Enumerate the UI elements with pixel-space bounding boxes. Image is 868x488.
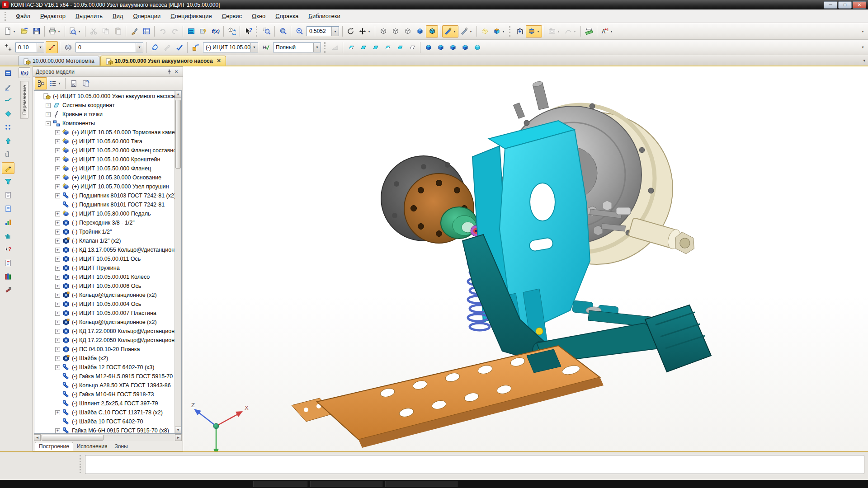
tree-node[interactable]: (-) Шайба 10 ГОСТ 6402-70 — [34, 417, 175, 426]
rotate-view-button[interactable] — [344, 25, 357, 38]
tree-node[interactable]: +(-) ИЦИТ 10.05.00.004 Ось — [34, 300, 175, 309]
projection-plane-1-button[interactable] — [345, 41, 357, 53]
expand-icon[interactable]: + — [55, 221, 60, 225]
print-preview-button[interactable]: ▾ — [67, 25, 83, 38]
menu-файл[interactable]: Файл — [11, 11, 35, 21]
expand-icon[interactable]: + — [55, 284, 60, 289]
tree-node[interactable]: +(-) ИЦИТ 10.05.00.007 Пластина — [34, 309, 175, 318]
tree-horizontal-scrollbar[interactable]: ◄ ► — [34, 434, 182, 441]
toolbar-options-button[interactable]: ▾ — [859, 25, 866, 38]
tree-node[interactable]: +(-) Тройник 1/2" — [34, 227, 175, 236]
menu-окно[interactable]: Окно — [247, 11, 270, 21]
expand-icon[interactable]: + — [46, 112, 51, 117]
tree-node[interactable]: +(-) ИЦИТ 10.05.80.000 Педаль — [34, 209, 175, 218]
diagnostic-panel-icon[interactable] — [2, 284, 14, 296]
menu-библиотеки[interactable]: Библиотеки — [303, 11, 345, 21]
zoom-by-rectangle-button[interactable] — [260, 25, 273, 38]
expand-icon[interactable]: + — [55, 275, 60, 280]
dropdown-arrow-icon[interactable]: ▼ — [37, 43, 44, 52]
menu-выделить[interactable]: Выделить — [71, 11, 108, 21]
expand-icon[interactable]: + — [55, 184, 60, 189]
dropdown-arrow-icon[interactable]: ▾ — [77, 29, 81, 33]
report-panel-icon[interactable] — [2, 203, 14, 215]
3d-model[interactable]: Z X Y — [183, 66, 868, 451]
expand-icon[interactable]: + — [55, 329, 60, 334]
tree-node[interactable]: +Системы координат — [34, 101, 175, 110]
scroll-up-icon[interactable]: ▲ — [175, 91, 181, 98]
context-help-button[interactable]: ? — [242, 25, 254, 38]
tree-composition-button[interactable] — [67, 77, 80, 89]
shaded-display-button[interactable] — [414, 25, 426, 38]
panel-tab-построение[interactable]: Построение — [35, 442, 73, 451]
detail-level-combo-value[interactable]: Полный — [274, 44, 313, 51]
scroll-thumb[interactable] — [42, 435, 104, 441]
hidden-lines-display-button[interactable] — [389, 25, 401, 38]
toolbar-grip[interactable] — [256, 26, 258, 37]
variables-window-button[interactable] — [185, 25, 197, 38]
sketch-panel-icon[interactable] — [2, 81, 14, 93]
message-box[interactable] — [85, 455, 864, 474]
tree-node[interactable]: +Гайка М6-6Н.0915 ГОСТ 5915-70 (x8) — [34, 426, 175, 433]
toolbar-grip[interactable] — [324, 42, 326, 53]
toolbar-grip[interactable] — [509, 26, 511, 37]
auxiliary-panel-icon[interactable] — [2, 135, 14, 147]
expand-icon[interactable]: + — [55, 157, 60, 162]
menu-сервис[interactable]: Сервис — [217, 11, 247, 21]
step-combo-value[interactable]: 0.10 — [16, 44, 37, 51]
layer-combo-value[interactable]: 0 — [76, 44, 136, 51]
hidden-lines-thin-display-button[interactable] — [401, 25, 414, 38]
pan-view-button[interactable]: ▾ — [357, 25, 373, 38]
simplified-display-button[interactable]: ▾ — [442, 25, 458, 38]
expand-icon[interactable]: + — [55, 248, 60, 253]
projection-plane-2-button[interactable] — [357, 41, 369, 53]
iso-view-4-button[interactable] — [459, 41, 471, 53]
iso-view-1-button[interactable] — [422, 41, 434, 53]
tree-vertical-scrollbar[interactable]: ▲ ▼ — [175, 91, 181, 433]
filter-panel-icon[interactable] — [2, 176, 14, 188]
scroll-down-icon[interactable]: ▼ — [175, 427, 181, 433]
current-part-combo-value[interactable]: (-) ИЦИТ 10.05.00.0 — [203, 44, 250, 51]
tree-node[interactable]: +(-) КД 17.22.0080 Кольцо@/дистанционное — [34, 327, 175, 336]
projection-plane-6-button[interactable] — [406, 41, 418, 53]
viewport-3d[interactable]: Z X Y — [183, 66, 868, 451]
check-doc-panel-icon[interactable] — [2, 257, 14, 269]
iso-view-5-button[interactable] — [471, 41, 483, 53]
taskbar-item[interactable] — [253, 481, 307, 487]
zoom-selected-button[interactable] — [277, 25, 289, 38]
expand-icon[interactable]: + — [55, 410, 60, 415]
scroll-left-icon[interactable]: ◄ — [34, 434, 41, 441]
dropdown-arrow-icon[interactable]: ▾ — [12, 29, 16, 33]
layer-combo[interactable]: 0▼ — [75, 42, 143, 52]
expand-icon[interactable]: + — [55, 293, 60, 298]
tree-node[interactable]: +(-) ИЦИТ 10.05.00.001 Колесо — [34, 272, 175, 282]
tree-node[interactable]: +(-) Шайба С.10 ГОСТ 11371-78 (x2) — [34, 408, 175, 417]
dropdown-arrow-icon[interactable]: ▾ — [573, 29, 577, 33]
dropdown-arrow-icon[interactable]: ▾ — [557, 29, 561, 33]
shadow-button[interactable] — [329, 41, 341, 53]
zoom-in-out-button[interactable] — [293, 25, 305, 38]
expand-icon[interactable]: + — [55, 338, 60, 343]
hide-all-auxiliary-button[interactable] — [479, 25, 491, 38]
rebuild-model-button[interactable]: 1 — [226, 25, 238, 38]
measure-distance-button[interactable] — [583, 25, 595, 38]
tree-node[interactable]: +Кривые и точки — [34, 110, 175, 119]
tree-node[interactable]: −Компоненты — [34, 119, 175, 128]
taskbar-item[interactable] — [385, 481, 458, 487]
tree-node[interactable]: +(-) Переходник 3/8 - 1/2" — [34, 218, 175, 227]
expand-icon[interactable]: + — [55, 230, 60, 235]
expand-icon[interactable]: + — [55, 148, 60, 153]
spec-panel-icon[interactable] — [2, 189, 14, 201]
print-button[interactable]: ▾ — [47, 25, 63, 38]
redo-button[interactable] — [169, 25, 181, 38]
tree-list-view-button[interactable]: ▾ — [47, 77, 63, 89]
minimize-button[interactable]: ─ — [824, 1, 837, 9]
shaded-with-edges-display-button[interactable] — [426, 25, 438, 38]
tree-node[interactable]: +(-) ИЦИТ 10.05.00.011 Ось — [34, 254, 175, 263]
base-plate[interactable] — [292, 346, 604, 448]
toolbar2-options-button[interactable]: ▾ — [859, 41, 866, 53]
tree-node[interactable]: +(-) ИЦИТ Пружина — [34, 263, 175, 272]
flange-assembly[interactable] — [381, 156, 481, 243]
tree-report-button[interactable] — [80, 77, 92, 89]
tree-node[interactable]: +(+) ИЦИТ 10.05.70.000 Узел проушин — [34, 182, 175, 191]
open-document-button[interactable] — [18, 25, 30, 38]
